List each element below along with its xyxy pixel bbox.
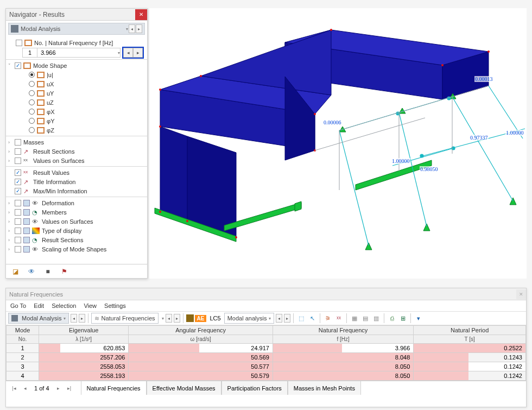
- tree-item: ✓↗ Title Information: [8, 177, 144, 186]
- flag-icon[interactable]: ⚑: [56, 266, 72, 277]
- checkbox[interactable]: ✓: [15, 179, 21, 185]
- camera-icon[interactable]: ■: [40, 266, 55, 277]
- checkbox[interactable]: [15, 209, 21, 216]
- checkbox[interactable]: [15, 237, 21, 243]
- tab[interactable]: Effective Modal Masses: [147, 381, 221, 395]
- menu-item[interactable]: View: [84, 302, 97, 309]
- close-icon[interactable]: ✕: [516, 289, 526, 299]
- prev-button[interactable]: ◂: [276, 314, 282, 323]
- checkbox[interactable]: ✓: [15, 169, 21, 176]
- next-page-button[interactable]: ▸: [54, 383, 64, 393]
- column-header[interactable]: Eigenvalue: [39, 326, 129, 335]
- table-row[interactable]: 2 2557.206 50.569 8.048 0.1243: [7, 353, 526, 362]
- filter-icon[interactable]: ▾: [414, 313, 423, 323]
- menu-item[interactable]: Go To: [10, 302, 26, 309]
- expand-icon[interactable]: ›: [8, 200, 15, 206]
- tab[interactable]: Participation Factors: [221, 381, 288, 395]
- navigator-title: Navigator - Results: [9, 11, 135, 18]
- prev-button[interactable]: ◂: [166, 314, 172, 323]
- frequency-value-field[interactable]: 3.966 ▾: [37, 48, 121, 58]
- table-row[interactable]: 1 620.853 24.917 3.966 0.2522: [7, 344, 526, 353]
- table-row[interactable]: 4 2558.193 50.579 8.050 0.1242: [7, 371, 526, 381]
- grid-icon[interactable]: ▦: [350, 313, 359, 323]
- cell-period: 0.1243: [414, 353, 526, 362]
- eye-icon[interactable]: 👁: [24, 266, 39, 277]
- checkbox[interactable]: [15, 157, 21, 164]
- export-icon[interactable]: ⎙: [387, 313, 397, 323]
- expand-icon[interactable]: ›: [8, 210, 15, 215]
- excel-icon[interactable]: ⊞: [398, 313, 408, 323]
- checkbox[interactable]: ✓: [15, 188, 21, 194]
- chart-icon[interactable]: ⚞: [323, 313, 333, 323]
- checkbox[interactable]: [15, 228, 21, 234]
- mode-radio[interactable]: [29, 109, 35, 115]
- loadcase-combo[interactable]: Modal analysis ▾: [224, 313, 275, 324]
- next-button[interactable]: ▸: [79, 314, 85, 323]
- mode-shape-checkbox[interactable]: ✓: [15, 62, 21, 69]
- cell-eigenvalue: 620.853: [39, 344, 129, 353]
- next-analysis-button[interactable]: ▸: [136, 24, 142, 33]
- cmp-icon: ◔: [32, 237, 40, 243]
- menu-item[interactable]: Settings: [104, 302, 126, 309]
- tree-item-label: Title Information: [33, 179, 75, 185]
- expand-icon[interactable]: ›: [8, 140, 15, 145]
- checkbox[interactable]: [15, 246, 21, 253]
- mode-option-label: φX: [47, 109, 54, 115]
- column-header[interactable]: Natural Period: [414, 326, 526, 335]
- prev-button[interactable]: ◂: [71, 314, 77, 323]
- checkbox[interactable]: [15, 200, 21, 206]
- prev-page-button[interactable]: ◂: [20, 383, 30, 393]
- mode-radio[interactable]: [29, 118, 35, 124]
- mode-radio[interactable]: [29, 72, 35, 78]
- column-header[interactable]: Natural Frequency: [273, 326, 413, 335]
- expand-icon[interactable]: ›: [8, 158, 15, 163]
- grid-icon[interactable]: ▥: [371, 313, 381, 323]
- expand-icon[interactable]: ›: [8, 228, 15, 234]
- pen-icon: ↗: [23, 179, 31, 185]
- expand-icon[interactable]: ›: [8, 237, 15, 243]
- chevron-down-icon[interactable]: ▾: [162, 316, 164, 321]
- mode-radio[interactable]: [29, 81, 35, 87]
- frequency-checkbox[interactable]: [16, 40, 22, 46]
- viewport-3d[interactable]: 0.000130.000060.973371.000001.000000.980…: [149, 8, 527, 279]
- next-button[interactable]: ▸: [284, 314, 290, 323]
- checkbox[interactable]: [15, 218, 21, 225]
- expand-icon[interactable]: ›: [8, 149, 15, 154]
- cell-mode: 1: [7, 344, 39, 353]
- frequency-number-field[interactable]: 1: [22, 48, 37, 58]
- column-header[interactable]: Angular Frequency: [129, 326, 273, 335]
- mode-radio[interactable]: [29, 90, 35, 96]
- tab[interactable]: Natural Frequencies: [81, 381, 147, 395]
- mode-radio[interactable]: [29, 99, 35, 105]
- expand-icon[interactable]: ˅: [8, 63, 15, 68]
- grid-icon[interactable]: ▤: [360, 313, 370, 323]
- next-button[interactable]: ▸: [174, 314, 180, 323]
- last-page-button[interactable]: ▸|: [65, 383, 74, 393]
- menu-item[interactable]: Selection: [52, 302, 76, 309]
- values-icon[interactable]: ᵡᵡ: [334, 313, 344, 323]
- analysis-combo[interactable]: Modal Analysis ▾: [8, 313, 69, 324]
- column-header[interactable]: Mode: [7, 326, 39, 335]
- cell-eigenvalue: 2557.206: [39, 353, 129, 362]
- prev-frequency-button[interactable]: ◂: [123, 48, 133, 58]
- mode-option-label: φY: [47, 118, 54, 124]
- prev-analysis-button[interactable]: ◂: [129, 24, 135, 33]
- analysis-type-combo[interactable]: Modal Analysis ▾ ◂ ▸: [8, 23, 145, 35]
- close-icon[interactable]: ✕: [135, 9, 147, 20]
- results-footer: |◂ ◂ 1 of 4 ▸ ▸| Natural FrequenciesEffe…: [6, 381, 526, 395]
- expand-icon[interactable]: ›: [8, 219, 15, 224]
- tree-item: › xx Values on Surfaces: [8, 156, 144, 165]
- select-icon[interactable]: ⬚: [296, 313, 306, 323]
- checkbox[interactable]: [15, 139, 21, 146]
- walk-icon[interactable]: ◪: [8, 266, 23, 277]
- tab[interactable]: Masses in Mesh Points: [288, 381, 361, 395]
- menu-item[interactable]: Edit: [34, 302, 44, 309]
- mode-radio[interactable]: [29, 127, 35, 133]
- result-type-combo[interactable]: ≋ Natural Frequencies: [91, 313, 158, 324]
- expand-icon[interactable]: ›: [8, 247, 15, 252]
- pointer-icon[interactable]: ↖: [307, 313, 317, 323]
- table-row[interactable]: 3 2558.053 50.577 8.050 0.1242: [7, 362, 526, 371]
- checkbox[interactable]: [15, 148, 21, 155]
- first-page-button[interactable]: |◂: [9, 383, 19, 393]
- next-frequency-button[interactable]: ▸: [133, 48, 143, 58]
